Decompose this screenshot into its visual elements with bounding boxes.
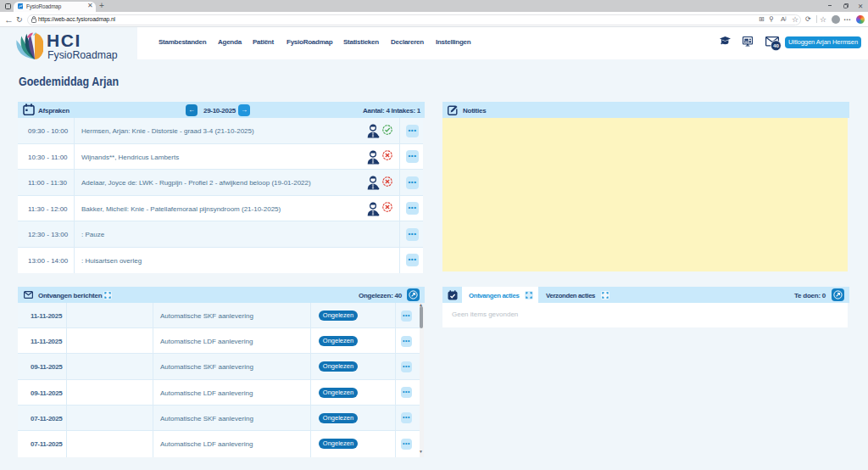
svg-text:40: 40 [773,42,779,48]
